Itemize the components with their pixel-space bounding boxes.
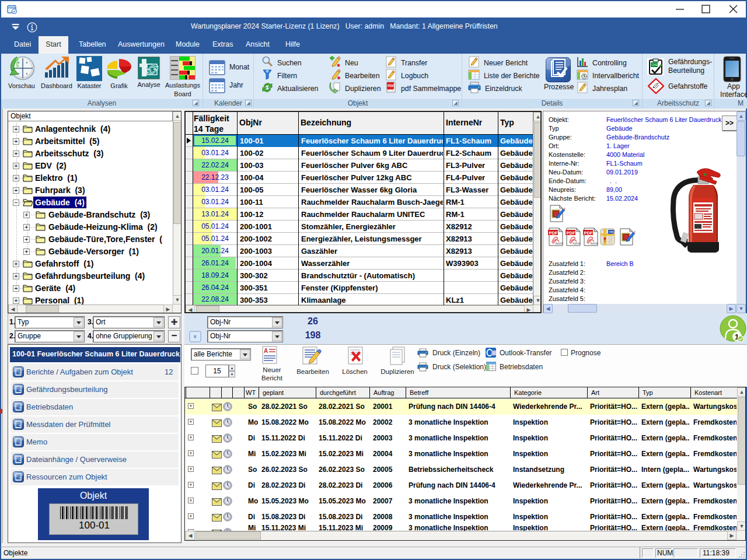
- svg-text:CHEM: CHEM: [651, 63, 660, 66]
- svg-text:PDF: PDF: [388, 84, 395, 88]
- svg-text:PDF: PDF: [549, 230, 558, 236]
- svg-text:Adobe: Adobe: [554, 242, 563, 245]
- svg-text:Adobe: Adobe: [572, 242, 581, 245]
- svg-text:A: A: [264, 348, 268, 354]
- svg-text:PDF: PDF: [567, 230, 575, 236]
- svg-text:Adobe: Adobe: [589, 242, 598, 245]
- svg-text:RAF: RAF: [609, 230, 615, 233]
- svg-text:PDF: PDF: [584, 230, 593, 236]
